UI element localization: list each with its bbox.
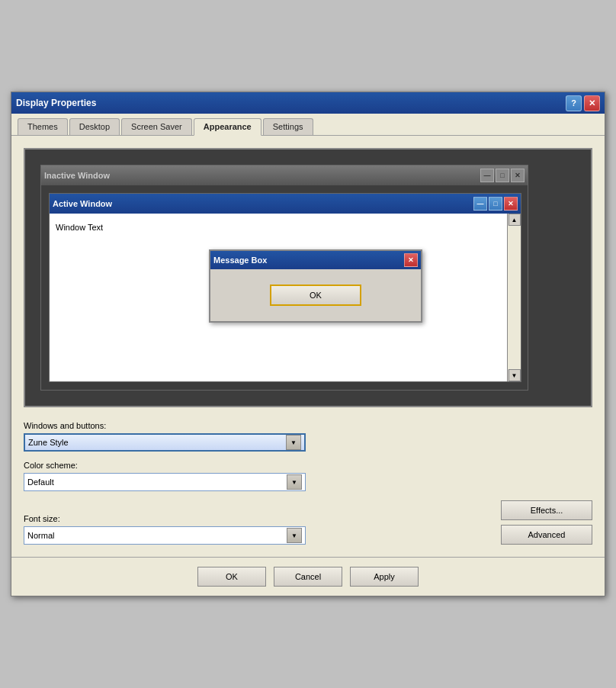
color-scheme-select[interactable]: Default ▼ — [24, 473, 306, 491]
effects-button[interactable]: Effects... — [501, 500, 592, 520]
font-size-value: Normal — [27, 531, 287, 540]
color-scheme-value: Default — [27, 477, 287, 487]
right-buttons: Effects... Advanced — [501, 500, 592, 545]
inactive-close-btn[interactable]: ✕ — [511, 169, 525, 182]
inactive-controls: — □ ✕ — [480, 169, 525, 182]
scroll-track — [508, 226, 521, 369]
tab-desktop[interactable]: Desktop — [69, 118, 120, 135]
close-button[interactable]: ✕ — [584, 95, 600, 111]
windows-buttons-label: Windows and buttons: — [24, 421, 592, 430]
color-scheme-label: Color scheme: — [24, 461, 592, 470]
advanced-button[interactable]: Advanced — [501, 525, 592, 545]
inactive-window: Inactive Window — □ ✕ Active Window — □ — [40, 165, 528, 391]
apply-button[interactable]: Apply — [350, 567, 419, 587]
color-scheme-section: Color scheme: Default ▼ — [24, 461, 592, 491]
dialog-footer: OK Cancel Apply — [11, 557, 605, 596]
message-box: Message Box ✕ OK — [209, 249, 422, 323]
msgbox-title: Message Box — [213, 256, 267, 265]
tab-appearance[interactable]: Appearance — [194, 118, 261, 136]
active-window-title: Active Window — [53, 199, 112, 208]
ok-button[interactable]: OK — [197, 567, 266, 587]
windows-buttons-select[interactable]: Zune Style ▼ — [24, 433, 306, 452]
active-close-btn[interactable]: ✕ — [504, 197, 518, 211]
title-bar-text: Display Properties — [16, 98, 96, 108]
active-minimize-btn[interactable]: — — [473, 197, 487, 211]
content-area: Inactive Window — □ ✕ Active Window — □ — [11, 136, 605, 557]
inactive-window-title: Inactive Window — [44, 171, 110, 180]
help-button[interactable]: ? — [566, 95, 582, 111]
window-scrollbar: ▲ ▼ — [507, 214, 521, 381]
inactive-minimize-btn[interactable]: — — [480, 169, 494, 182]
active-controls: — □ ✕ — [473, 197, 518, 211]
tab-screen-saver[interactable]: Screen Saver — [121, 118, 192, 135]
cancel-button[interactable]: Cancel — [274, 567, 342, 587]
windows-buttons-value: Zune Style — [28, 438, 286, 447]
font-size-dropdown-arrow[interactable]: ▼ — [287, 528, 302, 543]
title-bar: Display Properties ? ✕ — [11, 92, 605, 114]
window-title: Display Properties — [16, 98, 96, 108]
msgbox-body: OK — [210, 269, 421, 321]
active-maximize-btn[interactable]: □ — [489, 197, 502, 211]
inactive-titlebar: Inactive Window — □ ✕ — [41, 166, 528, 185]
font-size-row: Normal ▼ — [24, 526, 306, 545]
windows-buttons-section: Windows and buttons: Zune Style ▼ — [24, 421, 592, 452]
inactive-maximize-btn[interactable]: □ — [496, 169, 509, 182]
msgbox-titlebar: Message Box ✕ — [210, 251, 421, 269]
window-text: Window Text — [56, 223, 501, 232]
msgbox-close-btn[interactable]: ✕ — [404, 253, 418, 267]
tab-themes[interactable]: Themes — [18, 118, 68, 135]
font-size-label: Font size: — [24, 514, 306, 523]
windows-buttons-row: Zune Style ▼ — [24, 433, 592, 452]
preview-box: Inactive Window — □ ✕ Active Window — □ — [24, 148, 592, 407]
title-bar-controls: ? ✕ — [566, 95, 600, 111]
font-size-section: Font size: Normal ▼ — [24, 514, 306, 545]
scroll-up-btn[interactable]: ▲ — [509, 214, 521, 226]
font-size-select[interactable]: Normal ▼ — [24, 526, 306, 545]
dialog-window: Display Properties ? ✕ Themes Desktop Sc… — [11, 92, 605, 596]
windows-buttons-dropdown-arrow[interactable]: ▼ — [286, 435, 301, 450]
tab-settings[interactable]: Settings — [263, 118, 313, 135]
bottom-row: Font size: Normal ▼ Effects... Advanced — [24, 500, 592, 545]
color-scheme-row: Default ▼ — [24, 473, 592, 491]
tab-bar: Themes Desktop Screen Saver Appearance S… — [11, 114, 605, 136]
scroll-down-btn[interactable]: ▼ — [509, 369, 521, 381]
active-titlebar: Active Window — □ ✕ — [50, 194, 521, 214]
color-scheme-dropdown-arrow[interactable]: ▼ — [287, 474, 302, 490]
msgbox-ok-button[interactable]: OK — [270, 285, 361, 306]
